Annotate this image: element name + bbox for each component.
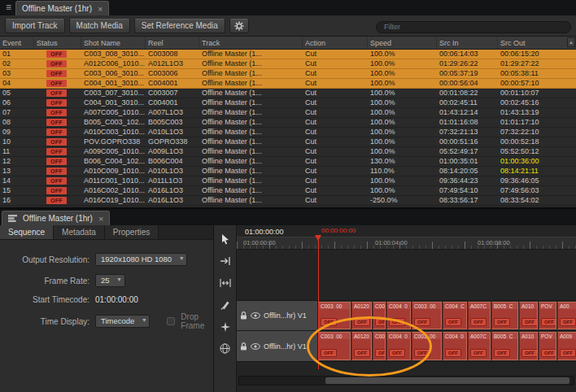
timeline-clip[interactable]: C003_00OFF xyxy=(412,302,442,329)
table-row[interactable]: 07OFFA007C005_1010...A007L1O3Offline Mas… xyxy=(0,108,576,118)
playhead[interactable] xyxy=(318,235,319,369)
table-row[interactable]: 01OFFC003_008_3010...C003008Offline Mast… xyxy=(0,50,576,59)
table-row[interactable]: 15OFFA016C002_1010...A016L1O3Offline Mas… xyxy=(0,186,576,196)
timeline-clip[interactable]: C003_00OFF xyxy=(412,332,442,360)
hamburger-menu-icon[interactable]: ≡ xyxy=(2,0,15,15)
table-row[interactable]: 16OFFA016C019_1010...A016L1O3Offline Mas… xyxy=(0,196,576,206)
horizontal-scrollbar[interactable] xyxy=(238,376,574,385)
timeline-canvas[interactable]: 01:00:00:00 00:00:00:00 01:00:00:0001:00… xyxy=(237,225,576,392)
timeline-clip[interactable]: C00OFF xyxy=(373,332,386,360)
column-header-reel[interactable]: Reel xyxy=(146,37,199,49)
table-row[interactable]: 03OFFC003_006_3010...C003006Offline Mast… xyxy=(0,69,576,79)
visibility-eye-icon[interactable] xyxy=(251,312,260,319)
output-resolution-dropdown[interactable]: 1920x1080 HD 1080 xyxy=(95,253,187,266)
table-row[interactable]: 13OFFA010C009_1010...A010L1O3Offline Mas… xyxy=(0,167,576,176)
wand-tool-icon[interactable] xyxy=(217,320,233,333)
select-tool-icon[interactable] xyxy=(217,232,233,246)
track-lane[interactable]: C003_00OFFA0120OFFC00OFFC004_0OFFC003_00… xyxy=(318,301,576,330)
table-row[interactable]: 02OFFA012C006_1010...A012L1O3Offline Mas… xyxy=(0,59,576,69)
close-icon[interactable]: × xyxy=(98,5,103,13)
column-header-src-in[interactable]: Src In xyxy=(437,37,498,49)
panel-tab-metadata[interactable]: Metadata xyxy=(54,225,105,239)
time-display-dropdown[interactable]: Timecode xyxy=(95,315,150,328)
timeline-clip[interactable]: C004_0OFF xyxy=(386,332,411,360)
timeline-clip[interactable]: A007COFF xyxy=(468,332,491,360)
column-header-track[interactable]: Track xyxy=(199,37,303,49)
tab-offline-master-bottom[interactable]: Offline Master (1hr) × xyxy=(2,211,110,225)
tab-offline-master-top[interactable]: Offline Master (1hr) × xyxy=(15,1,109,15)
frame-rate-dropdown[interactable]: 25 xyxy=(95,274,125,287)
timeline-clip[interactable]: A010OFF xyxy=(519,302,538,329)
timeline-clip[interactable]: C00OFF xyxy=(373,302,386,329)
cell-action: Cut xyxy=(303,147,368,156)
cell-speed: 100.0% xyxy=(368,147,437,156)
table-row[interactable]: 04OFFC004_001_3010...C004001Offline Mast… xyxy=(0,79,576,89)
slip-slide-tool-icon[interactable] xyxy=(217,276,233,290)
timeline-clip[interactable]: B005_COFF xyxy=(491,302,518,329)
track-lane[interactable]: C003_00OFFA0120OFFC00OFFC004_0OFFC003_00… xyxy=(318,331,576,361)
column-header-event[interactable]: Event xyxy=(0,37,34,49)
start-timecode-value[interactable]: 01:00:00:00 xyxy=(95,295,138,304)
table-row[interactable]: 09OFFA010C003_1010...A010L1O3Offline Mas… xyxy=(0,128,576,137)
column-header-shot-name[interactable]: Shot Name xyxy=(81,37,146,49)
table-row[interactable]: 10OFFPOV.GOPRO338GOPRO338Offline Master … xyxy=(0,137,576,147)
table-row[interactable]: 14OFFA011C001_1010...A011L1O3Offline Mas… xyxy=(0,176,576,186)
table-row[interactable]: 08OFFB005_C003_102...B005C003Offline Mas… xyxy=(0,118,576,128)
cell-event: 05 xyxy=(0,89,34,98)
track-header[interactable]: Offlin...hr) V1 xyxy=(237,331,318,361)
timeline-clip[interactable]: A007COFF xyxy=(468,302,491,329)
cell-track: Offline Master (1... xyxy=(199,137,303,146)
panel-tab-properties[interactable]: Properties xyxy=(105,225,159,239)
visibility-eye-icon[interactable] xyxy=(251,343,260,350)
track-header[interactable]: Offlin...hr) V1 xyxy=(237,301,318,330)
close-icon[interactable]: × xyxy=(98,215,103,223)
lock-icon[interactable] xyxy=(240,342,247,351)
timeline-ruler[interactable]: 01:00:00:0001:00:04:0001:00:08:00 xyxy=(237,237,576,250)
timeline-clip[interactable]: C003_00OFF xyxy=(318,302,351,329)
globe-tool-icon[interactable] xyxy=(217,342,233,355)
timeline-clip[interactable]: A0120OFF xyxy=(351,302,372,329)
column-header-speed[interactable]: Speed xyxy=(368,37,437,49)
timeline-clip[interactable]: C004_0OFF xyxy=(443,332,467,360)
cell-speed: 100.0% xyxy=(368,137,437,146)
cell-track: Offline Master (1... xyxy=(199,50,303,59)
set-reference-media-button[interactable]: Set Reference Media xyxy=(134,19,225,33)
cell-speed: -250.0% xyxy=(368,196,437,205)
cell-action: Cut xyxy=(303,157,368,166)
settings-button[interactable] xyxy=(229,19,249,33)
timeline-clip[interactable]: A0120OFF xyxy=(351,332,372,360)
drop-frame-checkbox[interactable] xyxy=(167,317,175,325)
cell-src-out: 00:01:10:07 xyxy=(498,89,576,98)
cell-speed: 100.0% xyxy=(368,69,437,78)
scrollbar-thumb[interactable] xyxy=(325,377,569,384)
lock-icon[interactable] xyxy=(240,311,247,320)
column-header-status[interactable]: Status xyxy=(34,37,81,49)
table-row[interactable]: 11OFFA009C005_1010...A009L1O3Offline Mas… xyxy=(0,147,576,157)
timeline-clip[interactable]: POVOFF xyxy=(539,302,556,329)
table-row[interactable]: 06OFFC004_001_3010...C004001Offline Mast… xyxy=(0,98,576,108)
timeline-clip[interactable]: A010OFF xyxy=(519,332,538,360)
panel-tab-sequence[interactable]: Sequence xyxy=(0,225,54,239)
table-row[interactable]: 05OFFC003_007_3010...C003007Offline Mast… xyxy=(0,89,576,98)
timeline-clip[interactable]: POVOFF xyxy=(539,332,556,360)
table-header: EventStatusShot NameReelTrackActionSpeed… xyxy=(0,37,576,50)
timeline-clip[interactable]: C004_0OFF xyxy=(386,302,411,329)
match-media-button[interactable]: Match Media xyxy=(69,19,130,33)
filter-input[interactable] xyxy=(376,21,571,33)
cell-status: OFF xyxy=(34,196,81,205)
razor-tool-icon[interactable] xyxy=(217,298,233,311)
timeline-clip[interactable]: B005_COFF xyxy=(491,332,518,360)
column-header-src-out[interactable]: Src Out xyxy=(498,37,576,49)
table-row[interactable]: 12OFFB006_C004_102...B006C004Offline Mas… xyxy=(0,157,576,167)
table-scroll-up-button[interactable]: ▲ xyxy=(567,37,575,47)
cell-src-in: 00:06:14:03 xyxy=(437,50,498,59)
timeline-clip[interactable]: A00OFF xyxy=(557,302,576,329)
cell-shot-name: B006_C004_102... xyxy=(81,157,146,166)
import-track-button[interactable]: Import Track xyxy=(5,19,65,33)
trim-tool-icon[interactable] xyxy=(217,254,233,268)
timeline-clip[interactable]: C003_00OFF xyxy=(318,332,351,360)
column-header-action[interactable]: Action xyxy=(303,37,368,49)
timeline-clip[interactable]: A009OFF xyxy=(557,332,576,360)
timeline-clip[interactable]: C004_COFF xyxy=(443,302,467,329)
cell-src-in: 07:49:54:10 xyxy=(437,186,498,195)
